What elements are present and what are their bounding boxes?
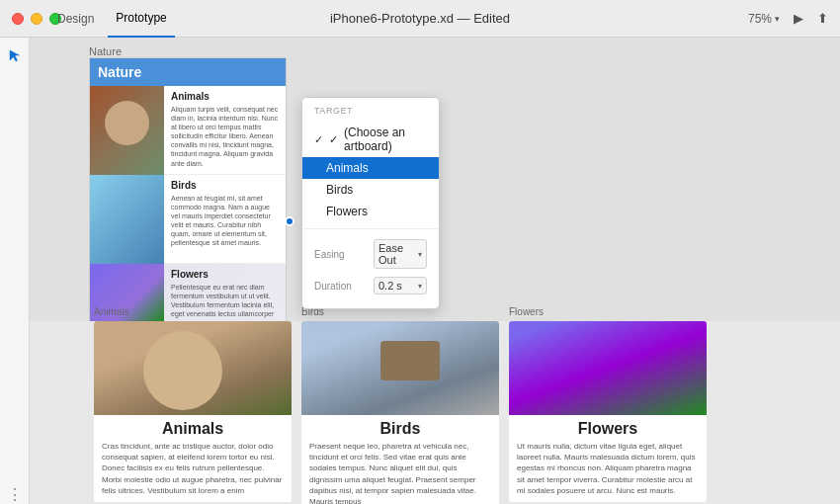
- preview-card-flowers[interactable]: Flowers Ut mauris nulla, dictum vitae li…: [509, 321, 707, 502]
- birds-card-desc: Praesent neque leo, pharetra at vehicula…: [301, 441, 499, 504]
- animals-preview-card: Animals Cras tincidunt, ante ac tristiqu…: [94, 321, 292, 502]
- birds-title: Birds: [171, 180, 279, 191]
- play-icon[interactable]: ▶: [794, 11, 803, 26]
- titlebar-actions: 75% ▾ ▶ ⬆: [748, 11, 828, 26]
- easing-label: Easing: [314, 249, 366, 260]
- preview-label-flowers: Flowers: [509, 306, 707, 321]
- dropdown-item-birds[interactable]: Birds: [302, 179, 439, 201]
- birds-text: Birds Aenean at feugiat mi, sit amet com…: [164, 175, 286, 263]
- dropdown-item-flowers[interactable]: Flowers: [302, 201, 439, 222]
- easing-value: Ease Out: [378, 242, 418, 266]
- target-label: TARGET: [302, 106, 439, 122]
- flowers-preview-card: Flowers Ut mauris nulla, dictum vitae li…: [509, 321, 707, 502]
- scroll-tool[interactable]: ⋮: [5, 484, 25, 504]
- animals-thumbnail: [90, 86, 164, 175]
- birds-preview-card: Birds Praesent neque leo, pharetra at ve…: [301, 321, 499, 504]
- animals-card-title: Animals: [94, 415, 292, 441]
- animals-card-desc: Cras tincidunt, ante ac tristique auctor…: [94, 441, 292, 502]
- left-sidebar: ⋮: [0, 38, 30, 504]
- birds-desc: Aenean at feugiat mi, sit amet commodo m…: [171, 194, 279, 248]
- zoom-chevron-icon: ▾: [775, 14, 780, 24]
- target-dropdown-panel: TARGET ✓ (Choose an artboard) Animals Bi…: [301, 97, 440, 309]
- preview-area: Animals Cras tincidunt, ante ac tristiqu…: [30, 321, 840, 504]
- artboard-header: Nature: [90, 58, 286, 86]
- toolbar-tabs: Design Prototype: [49, 0, 175, 38]
- easing-chevron-icon: ▾: [418, 250, 422, 259]
- flowers-big-image: [509, 321, 707, 415]
- divider: [302, 228, 439, 229]
- tab-design[interactable]: Design: [49, 0, 102, 38]
- titlebar: Design Prototype iPhone6-Prototype.xd — …: [0, 0, 840, 38]
- duration-select[interactable]: 0.2 s ▾: [374, 277, 427, 294]
- zoom-control[interactable]: 75% ▾: [748, 12, 780, 26]
- preview-label-animals: Animals: [94, 306, 292, 321]
- artboard-label: Nature: [89, 45, 122, 57]
- connection-handle[interactable]: [285, 216, 294, 226]
- duration-chevron-icon: ▾: [418, 282, 422, 291]
- animals-desc: Aliquam turpis velit, consequat nec diam…: [171, 105, 279, 168]
- flowers-card-desc: Ut mauris nulla, dictum vitae ligula ege…: [509, 441, 707, 502]
- flowers-title: Flowers: [171, 269, 279, 280]
- dropdown-item-choose[interactable]: ✓ (Choose an artboard): [302, 122, 439, 157]
- animals-text: Animals Aliquam turpis velit, consequat …: [164, 86, 286, 174]
- duration-value: 0.2 s: [378, 280, 402, 292]
- preview-card-animals[interactable]: Animals Cras tincidunt, ante ac tristiqu…: [94, 321, 292, 502]
- canvas-area[interactable]: Nature Nature Animals Aliquam turpis vel…: [30, 38, 840, 504]
- birds-thumbnail: [90, 175, 164, 264]
- easing-row: Easing Ease Out ▾: [302, 235, 439, 273]
- birds-big-image: [301, 321, 499, 415]
- artboard-item-animals[interactable]: Animals Aliquam turpis velit, consequat …: [90, 86, 286, 175]
- flowers-card-title: Flowers: [509, 415, 707, 441]
- main-area: ⋮ Nature Nature Animals Aliquam turpis v…: [0, 38, 840, 504]
- easing-select[interactable]: Ease Out ▾: [374, 239, 427, 269]
- check-icon: ✓: [329, 133, 338, 146]
- select-tool[interactable]: [5, 45, 25, 65]
- document-title: iPhone6-Prototype.xd — Edited: [330, 11, 510, 26]
- birds-card-title: Birds: [301, 415, 499, 441]
- dropdown-item-animals[interactable]: Animals: [302, 157, 439, 179]
- preview-card-birds[interactable]: Birds Praesent neque leo, pharetra at ve…: [301, 321, 499, 504]
- artboard-header-title: Nature: [98, 64, 141, 80]
- dropdown-placeholder: (Choose an artboard): [344, 126, 427, 153]
- animals-title: Animals: [171, 91, 279, 102]
- share-icon[interactable]: ⬆: [817, 11, 828, 26]
- minimize-button[interactable]: [31, 13, 42, 25]
- tab-prototype[interactable]: Prototype: [108, 0, 174, 38]
- close-button[interactable]: [12, 13, 24, 25]
- zoom-level: 75%: [748, 12, 772, 26]
- duration-label: Duration: [314, 281, 366, 292]
- artboard-item-birds[interactable]: Birds Aenean at feugiat mi, sit amet com…: [90, 175, 286, 264]
- duration-row: Duration 0.2 s ▾: [302, 273, 439, 298]
- animals-big-image: [94, 321, 292, 415]
